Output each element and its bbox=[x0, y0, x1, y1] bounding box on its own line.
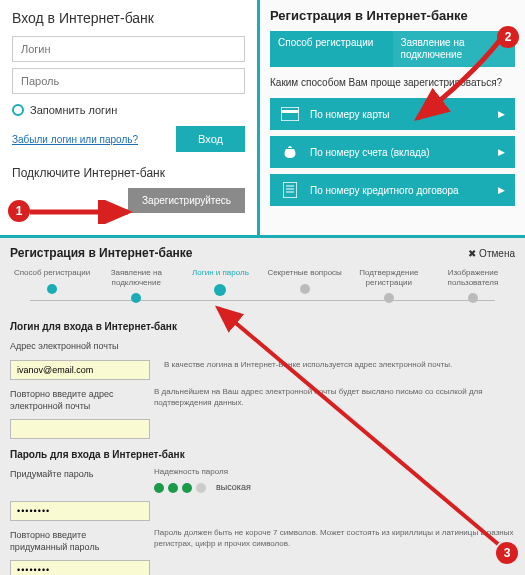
annotation-badge-1: 1 bbox=[8, 200, 30, 222]
option-credit-label: По номеру кредитного договора bbox=[310, 185, 498, 196]
forgot-link[interactable]: Забыли логин или пароль? bbox=[12, 134, 138, 145]
chevron-right-icon: ▶ bbox=[498, 147, 505, 157]
strength-dot bbox=[182, 483, 192, 493]
strength-dot bbox=[196, 483, 206, 493]
option-credit[interactable]: По номеру кредитного договора ▶ bbox=[270, 174, 515, 206]
step-6: Изображение пользователя bbox=[431, 268, 515, 303]
login-button[interactable]: Вход bbox=[176, 126, 245, 152]
remember-checkbox[interactable]: Запомнить логин bbox=[12, 104, 245, 116]
document-icon bbox=[280, 182, 300, 198]
password2-field[interactable] bbox=[10, 560, 150, 575]
pw-hint: Пароль должен быть не короче 7 символов.… bbox=[140, 527, 515, 549]
step-4: Секретные вопросы bbox=[263, 268, 347, 294]
svg-rect-0 bbox=[281, 107, 299, 121]
reg-title: Регистрация в Интернет-банке bbox=[270, 8, 515, 23]
reg-tabs: Способ регистрации Заявление на подключе… bbox=[270, 31, 515, 67]
strength-title: Надежность пароля bbox=[154, 466, 515, 477]
cancel-button[interactable]: ✖ Отмена bbox=[468, 248, 515, 259]
email-input[interactable] bbox=[10, 360, 150, 380]
register-button[interactable]: Зарегистрируйтесь bbox=[128, 188, 245, 213]
login-title: Вход в Интернет-банк bbox=[12, 10, 245, 26]
email-hint-1: В качестве логина в Интернет-Банке испол… bbox=[150, 359, 515, 370]
password-input[interactable] bbox=[12, 68, 245, 94]
reg-question: Каким способом Вам проще зарегистрироват… bbox=[270, 77, 515, 88]
email-hint-2: В дальнейшем на Ваш адрес электронной по… bbox=[140, 386, 515, 408]
bottom-title: Регистрация в Интернет-банке bbox=[10, 246, 193, 260]
card-icon bbox=[280, 106, 300, 122]
step-3: Логин и пароль bbox=[178, 268, 262, 296]
section-password: Пароль для входа в Интернет-банк bbox=[10, 449, 515, 460]
email-label: Адрес электронной почты bbox=[10, 338, 140, 353]
strength-label: высокая bbox=[216, 481, 251, 494]
radio-icon bbox=[12, 104, 24, 116]
option-account[interactable]: По номеру счета (вклада) ▶ bbox=[270, 136, 515, 168]
svg-rect-2 bbox=[283, 182, 297, 198]
strength-meter: высокая bbox=[154, 481, 515, 494]
password-field[interactable] bbox=[10, 501, 150, 521]
svg-rect-1 bbox=[281, 110, 299, 113]
annotation-badge-2: 2 bbox=[497, 26, 519, 48]
steps-progress: Способ регистрации Заявление на подключе… bbox=[10, 268, 515, 303]
email2-label: Повторно введите адрес электронной почты bbox=[10, 386, 140, 412]
bag-icon bbox=[280, 144, 300, 160]
section-login: Логин для входа в Интернет-банк bbox=[10, 321, 515, 332]
remember-label: Запомнить логин bbox=[30, 104, 117, 116]
email2-input[interactable] bbox=[10, 419, 150, 439]
strength-dot bbox=[154, 483, 164, 493]
option-account-label: По номеру счета (вклада) bbox=[310, 147, 498, 158]
tab-method[interactable]: Способ регистрации bbox=[270, 31, 393, 67]
strength-dot bbox=[168, 483, 178, 493]
step-5: Подтверждение регистрации bbox=[347, 268, 431, 303]
option-card-label: По номеру карты bbox=[310, 109, 498, 120]
connect-label: Подключите Интернет-банк bbox=[12, 166, 245, 180]
pw2-label: Повторно введите придуманный пароль bbox=[10, 527, 140, 553]
step-2: Заявление на подключение bbox=[94, 268, 178, 303]
step-1: Способ регистрации bbox=[10, 268, 94, 294]
annotation-badge-3: 3 bbox=[496, 542, 518, 564]
login-input[interactable] bbox=[12, 36, 245, 62]
chevron-right-icon: ▶ bbox=[498, 109, 505, 119]
pw-label: Придумайте пароль bbox=[10, 466, 140, 481]
chevron-right-icon: ▶ bbox=[498, 185, 505, 195]
option-card[interactable]: По номеру карты ▶ bbox=[270, 98, 515, 130]
